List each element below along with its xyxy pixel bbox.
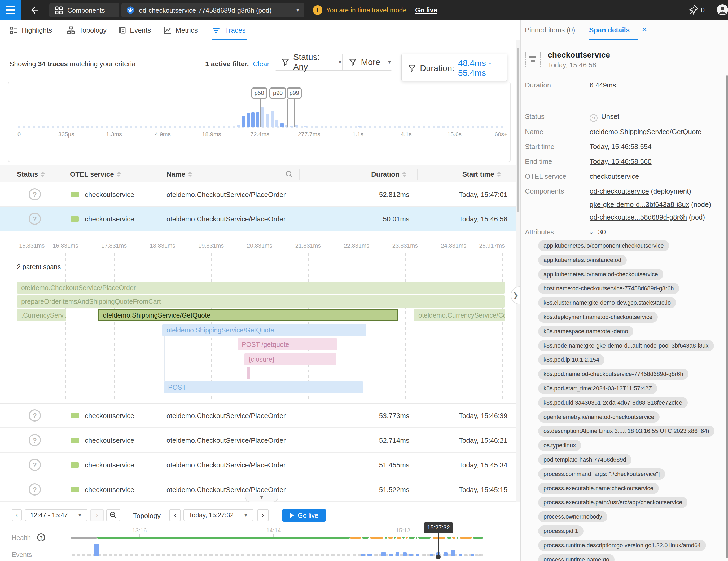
event-mark[interactable] — [459, 554, 462, 556]
attribute-chip[interactable]: k8s.pod.start_time:2024-03-12T11:57:42Z — [538, 383, 657, 394]
event-mark[interactable] — [451, 550, 455, 556]
event-mark[interactable] — [389, 554, 393, 556]
time-marker-line[interactable] — [438, 533, 439, 555]
span-bar[interactable]: oteldemo.ShippingService/GetQuote — [162, 324, 366, 336]
event-mark[interactable] — [430, 554, 433, 556]
time-next-button[interactable]: › — [257, 509, 269, 521]
duration-filter[interactable]: Duration: 48.4ms - 55.4ms — [401, 54, 507, 81]
tab-topology[interactable]: Topology — [67, 20, 107, 40]
tab-span-details[interactable]: Span details — [589, 20, 630, 40]
column-header-status[interactable]: Status — [17, 165, 45, 183]
sort-icon[interactable] — [402, 172, 406, 177]
span-bar[interactable]: {closure} — [244, 353, 336, 365]
attribute-chip[interactable]: process.runtime.name:go — [538, 554, 615, 561]
pin-icon[interactable] — [688, 4, 699, 16]
go-live-button[interactable]: Go live — [282, 509, 326, 522]
table-row[interactable]: ?checkoutserviceoteldemo.CheckoutService… — [0, 182, 516, 207]
table-row[interactable]: ?checkoutserviceoteldemo.CheckoutService… — [0, 453, 516, 477]
attribute-chip[interactable]: pod-template-hash:77458d689d — [538, 454, 631, 465]
time-prev-button[interactable]: ‹ — [169, 509, 181, 521]
collapse-trace-button[interactable]: ▼ — [245, 493, 278, 502]
attribute-chip[interactable]: process.runtime.description:go version g… — [538, 540, 706, 551]
entity-dropdown-caret[interactable]: ▼ — [291, 3, 304, 17]
column-header-duration[interactable]: Duration — [371, 165, 406, 183]
attribute-chip[interactable]: k8s.pod.name:od-checkoutservice-77458d68… — [538, 369, 688, 380]
component-link[interactable]: od-checkoutservice — [590, 187, 649, 195]
tab-highlights[interactable]: Highlights — [10, 20, 52, 40]
component-link[interactable]: od-checkoutse...58d689d-g8r6h — [590, 213, 687, 221]
table-row[interactable]: ?checkoutserviceoteldemo.CheckoutService… — [0, 428, 516, 453]
span-bar[interactable]: POST /getquote — [238, 338, 337, 350]
attribute-chip[interactable]: k8s.cluster.name:gke-demo-dev.gcp.stacks… — [538, 297, 676, 308]
percentile-marker-p99[interactable]: p99 — [287, 87, 302, 99]
attribute-chip[interactable]: process.owner:nobody — [538, 511, 607, 522]
attribute-chip[interactable]: app.kubernetes.io/component:checkoutserv… — [538, 240, 669, 251]
panel-scrollbar-thumb[interactable] — [726, 75, 728, 558]
percentile-marker-p90[interactable]: p90 — [269, 87, 286, 99]
time-range-select[interactable]: 12:47 - 15:47▼ — [25, 509, 87, 521]
attribute-chip[interactable]: process.executable.name:checkoutservice — [538, 483, 659, 494]
attribute-chip[interactable]: k8s.node.name:gke-gke-demo-d...ault-node… — [538, 340, 714, 351]
tab-pinned-items[interactable]: Pinned items (0) — [525, 20, 575, 40]
attribute-chip[interactable]: os.description:Alpine Linux 3....t 18 03… — [538, 426, 714, 437]
sort-icon[interactable] — [497, 172, 501, 177]
span-bar[interactable]: oteldemo.CurrencyService/Co — [414, 309, 505, 321]
search-icon[interactable] — [285, 170, 293, 178]
event-mark[interactable] — [464, 554, 468, 556]
main-scrollbar-thumb[interactable] — [517, 48, 519, 212]
span-bar[interactable]: .CurrencyServ... — [17, 309, 66, 321]
event-mark[interactable] — [396, 552, 399, 556]
span-bar[interactable] — [247, 367, 250, 379]
event-mark[interactable] — [403, 552, 407, 556]
time-marker-tooltip[interactable]: 15:27:32 — [424, 522, 453, 533]
event-mark[interactable] — [423, 554, 426, 556]
attribute-chip[interactable]: k8s.namespace.name:otel-demo — [538, 326, 633, 337]
percentile-marker-p50[interactable]: p50 — [251, 87, 267, 99]
event-mark[interactable] — [361, 554, 365, 556]
attribute-chip[interactable]: process.pid:1 — [538, 525, 584, 537]
back-button[interactable] — [28, 4, 40, 16]
entity-selector[interactable]: od-checkoutservice-77458d689d-g8r6h (pod… — [121, 3, 304, 17]
attribute-chip[interactable]: k8s.pod.ip:10.1.2.154 — [538, 354, 604, 365]
event-mark[interactable] — [94, 544, 99, 556]
tab-traces[interactable]: Traces — [213, 20, 246, 40]
event-mark[interactable] — [444, 552, 448, 556]
column-header-start-time[interactable]: Start time — [462, 165, 501, 183]
event-mark[interactable] — [367, 554, 372, 556]
attribute-chip[interactable]: k8s.pod.uid:3a430351-2cda-4d67-8d88-318f… — [538, 397, 688, 408]
span-bar[interactable]: oteldemo.CheckoutService/PlaceOrder — [17, 282, 505, 294]
table-row[interactable]: ?checkoutserviceoteldemo.CheckoutService… — [0, 207, 516, 231]
event-mark[interactable] — [478, 554, 481, 556]
column-header-otel-service[interactable]: OTEL service — [70, 165, 121, 183]
sort-icon[interactable] — [188, 172, 192, 177]
attribute-chip[interactable]: process.executable.path:/usr/src/app/che… — [538, 497, 687, 508]
clear-filters-link[interactable]: Clear — [253, 60, 269, 68]
tab-events[interactable]: Events — [118, 20, 151, 40]
attribute-chip[interactable]: app.kubernetes.io/name:od-checkoutservic… — [538, 269, 663, 280]
span-bar[interactable]: POST — [164, 381, 363, 393]
parent-spans-link[interactable]: 2 parent spans — [17, 263, 61, 271]
sort-icon[interactable] — [117, 172, 121, 177]
go-live-link[interactable]: Go live — [415, 6, 437, 14]
close-icon[interactable]: ✕ — [642, 25, 647, 34]
time-marker-handle[interactable] — [436, 555, 441, 559]
event-mark[interactable] — [471, 554, 474, 556]
component-link[interactable]: gke-gke-demo-d...3bf643a8-i8ux — [590, 200, 689, 208]
event-mark[interactable] — [409, 554, 413, 556]
components-button[interactable]: Components — [49, 3, 119, 17]
current-time-select[interactable]: Today, 15:27:32▼ — [183, 509, 253, 521]
table-row[interactable]: ?checkoutserviceoteldemo.CheckoutService… — [0, 404, 516, 428]
attribute-chip[interactable]: k8s.deployment.name:od-checkoutservice — [538, 312, 658, 323]
event-mark[interactable] — [416, 554, 419, 556]
tab-metrics[interactable]: Metrics — [163, 20, 198, 40]
field-value-start-time[interactable]: Today, 15:46:58.554 — [590, 143, 652, 151]
attribute-chip[interactable]: process.command_args:["./checkoutservice… — [538, 468, 665, 480]
event-mark[interactable] — [381, 552, 386, 556]
attribute-chip[interactable]: os.type:linux — [538, 440, 581, 451]
duration-filter-value[interactable]: 48.4ms - 55.4ms — [458, 58, 507, 78]
zoom-out-button[interactable] — [106, 509, 120, 521]
attribute-chip[interactable]: host.name:od-checkoutservice-77458d689d-… — [538, 283, 679, 294]
hamburger-menu-button[interactable] — [0, 0, 21, 20]
range-next-button[interactable]: › — [90, 509, 104, 521]
field-value-end-time[interactable]: Today, 15:46:58.560 — [590, 157, 652, 166]
